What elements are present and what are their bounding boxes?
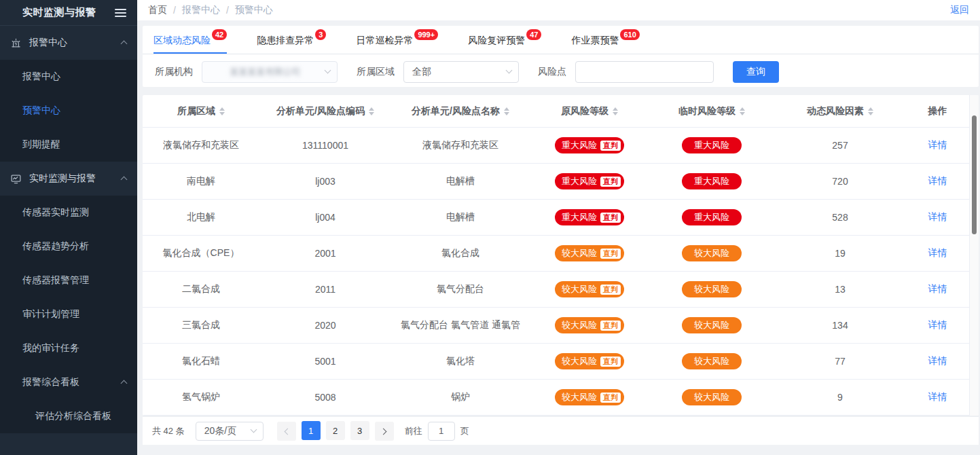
cell-orig-risk: 重大风险直判 bbox=[530, 164, 649, 199]
cell-name: 锅炉 bbox=[391, 380, 530, 415]
sidebar-item[interactable]: 报警中心 bbox=[0, 60, 137, 94]
col-header-1: 所属区域 bbox=[143, 95, 259, 127]
org-select[interactable]: 某某某某有限公司 bbox=[202, 61, 338, 83]
pagination-bar: 共 42 条 20条/页 123 前往 页 bbox=[143, 416, 979, 445]
area-select[interactable]: 全部 bbox=[403, 61, 519, 83]
orig-risk-label: 较大风险 bbox=[562, 247, 597, 259]
caret-down-icon bbox=[868, 112, 873, 115]
sidebar-header: 实时监测与报警 bbox=[0, 0, 137, 26]
hamburger-menu-icon[interactable] bbox=[115, 9, 126, 17]
detail-link[interactable]: 详情 bbox=[928, 247, 947, 259]
page-button-3[interactable]: 3 bbox=[350, 421, 369, 440]
detail-link[interactable]: 详情 bbox=[928, 175, 947, 187]
app-root: 实时监测与报警 报警中心报警中心预警中心到期提醒实时监测与报警传感器实时监测传感… bbox=[0, 0, 980, 455]
prev-page-button[interactable] bbox=[277, 422, 296, 441]
sidebar-item[interactable]: 预警中心 bbox=[0, 94, 137, 128]
tab-1[interactable]: 区域动态风险42 bbox=[153, 26, 227, 54]
cell-name: 氯化合成 bbox=[391, 236, 530, 271]
sidebar-item[interactable]: 评估分析综合看板 bbox=[0, 399, 137, 433]
col-header-7: 操作 bbox=[906, 95, 969, 127]
col-header-label: 临时风险等级 bbox=[678, 105, 736, 117]
col-header-label: 动态风险因素 bbox=[807, 105, 864, 117]
page-button-1[interactable]: 1 bbox=[302, 421, 321, 440]
detail-link[interactable]: 详情 bbox=[928, 319, 947, 331]
cell-area: 北电解 bbox=[143, 200, 259, 235]
cell-area: 氢气锅炉 bbox=[143, 380, 259, 415]
tab-2[interactable]: 隐患排查异常3 bbox=[257, 26, 326, 54]
detail-link[interactable]: 详情 bbox=[928, 139, 947, 151]
tab-5[interactable]: 作业票预警610 bbox=[571, 26, 639, 54]
sidebar-item[interactable]: 传感器趋势分析 bbox=[0, 230, 137, 263]
direct-judge-tag: 直判 bbox=[600, 177, 621, 187]
detail-link[interactable]: 详情 bbox=[928, 391, 947, 403]
cell-name: 电解槽 bbox=[391, 164, 530, 199]
sidebar-item[interactable]: 报警综合看板 bbox=[0, 365, 137, 399]
goto-page-input[interactable] bbox=[428, 422, 455, 441]
sort-icon[interactable] bbox=[504, 107, 509, 115]
next-page-button[interactable] bbox=[375, 422, 394, 441]
sort-icon[interactable] bbox=[740, 107, 745, 115]
temp-risk-badge: 较大风险 bbox=[682, 245, 742, 261]
search-button[interactable]: 查询 bbox=[733, 61, 779, 83]
cell-temp-risk: 较大风险 bbox=[649, 344, 774, 379]
caret-down-icon bbox=[740, 112, 745, 115]
risk-point-input[interactable] bbox=[575, 61, 714, 83]
detail-link[interactable]: 详情 bbox=[928, 211, 947, 223]
detail-link[interactable]: 详情 bbox=[928, 355, 947, 367]
table-row: 三氯合成2020氯气分配台 氯气管道 通氯管较大风险直判较大风险134详情 bbox=[143, 308, 969, 344]
cell-factor: 13 bbox=[774, 272, 906, 307]
tabs-filter-card: 区域动态风险42隐患排查异常3日常巡检异常999+风险复评预警47作业票预警61… bbox=[143, 26, 979, 87]
breadcrumb-item[interactable]: 首页 bbox=[148, 4, 167, 16]
sort-icon[interactable] bbox=[219, 107, 225, 115]
sort-icon[interactable] bbox=[868, 107, 873, 115]
back-link[interactable]: 返回 bbox=[950, 4, 969, 16]
table-scrollbar[interactable] bbox=[969, 95, 979, 416]
cell-area: 氯化合成（CPE） bbox=[143, 236, 259, 271]
col-header-5: 临时风险等级 bbox=[649, 95, 774, 127]
sidebar-group-2[interactable]: 实时监测与报警 bbox=[0, 162, 137, 196]
cell-temp-risk: 重大风险 bbox=[649, 200, 774, 235]
cell-action: 详情 bbox=[906, 236, 969, 271]
cell-action: 详情 bbox=[906, 308, 969, 343]
page-size-value: 20条/页 bbox=[204, 425, 246, 437]
cell-code: lj003 bbox=[259, 164, 391, 199]
sidebar-item[interactable]: 到期提醒 bbox=[0, 128, 137, 162]
tab-3[interactable]: 日常巡检异常999+ bbox=[356, 26, 438, 54]
main-area: 首页/报警中心/预警中心 返回 区域动态风险42隐患排查异常3日常巡检异常999… bbox=[137, 0, 980, 455]
orig-risk-badge: 重大风险直判 bbox=[555, 137, 624, 153]
detail-link[interactable]: 详情 bbox=[928, 283, 947, 295]
table-row: 氯化合成（CPE）2001氯化合成较大风险直判较大风险19详情 bbox=[143, 236, 969, 272]
cell-orig-risk: 重大风险直判 bbox=[530, 200, 649, 235]
orig-risk-label: 较大风险 bbox=[562, 319, 597, 331]
sidebar-item[interactable]: 传感器报警管理 bbox=[0, 263, 137, 297]
tab-label: 日常巡检异常 bbox=[356, 35, 413, 46]
breadcrumb-item[interactable]: 报警中心 bbox=[182, 4, 220, 16]
cell-orig-risk: 重大风险直判 bbox=[530, 128, 649, 163]
tab-badge: 42 bbox=[212, 29, 227, 40]
orig-risk-badge: 较大风险直判 bbox=[555, 389, 624, 405]
caret-up-icon bbox=[504, 107, 509, 111]
table-body: 液氯储存和充装区131110001液氯储存和充装区重大风险直判重大风险257详情… bbox=[143, 128, 979, 416]
sort-icon[interactable] bbox=[613, 107, 618, 115]
col-header-label: 操作 bbox=[928, 105, 947, 117]
chevron-left-icon bbox=[284, 428, 291, 435]
table-row: 南电解lj003电解槽重大风险直判重大风险720详情 bbox=[143, 164, 969, 200]
sidebar-item[interactable]: 传感器实时监测 bbox=[0, 196, 137, 230]
tab-4[interactable]: 风险复评预警47 bbox=[468, 26, 541, 54]
cell-code: 5008 bbox=[259, 380, 391, 415]
table-header-row: 所属区域分析单元/风险点编码分析单元/风险点名称原风险等级临时风险等级动态风险因… bbox=[143, 95, 969, 128]
page-size-select[interactable]: 20条/页 bbox=[196, 422, 264, 441]
sidebar-item[interactable]: 我的审计任务 bbox=[0, 331, 137, 365]
sidebar-group-1[interactable]: 报警中心 bbox=[0, 26, 137, 60]
cell-code: 2011 bbox=[259, 272, 391, 307]
page-button-2[interactable]: 2 bbox=[326, 421, 345, 440]
scrollbar-thumb[interactable] bbox=[972, 115, 977, 234]
chevron-up-icon bbox=[121, 380, 128, 387]
cell-code: 2020 bbox=[259, 308, 391, 343]
temp-risk-badge: 较大风险 bbox=[682, 353, 742, 369]
cell-factor: 77 bbox=[774, 344, 906, 379]
chevron-right-icon bbox=[380, 428, 386, 435]
sidebar-item[interactable]: 审计计划管理 bbox=[0, 297, 137, 331]
sort-icon[interactable] bbox=[369, 107, 374, 115]
breadcrumb-item[interactable]: 预警中心 bbox=[235, 4, 273, 16]
